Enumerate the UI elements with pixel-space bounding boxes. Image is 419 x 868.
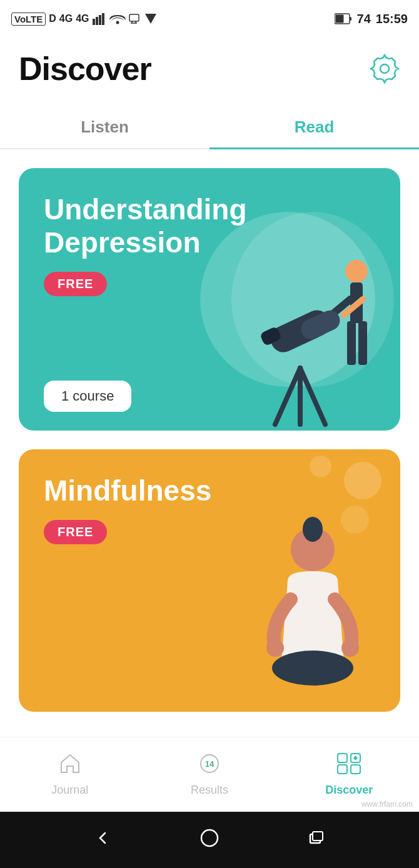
- battery-level: 74: [357, 12, 371, 26]
- android-nav-bar: [0, 812, 419, 868]
- svg-rect-39: [313, 832, 323, 841]
- home-button[interactable]: [199, 828, 220, 852]
- nav-item-discover[interactable]: Discover: [280, 746, 419, 803]
- svg-point-37: [201, 830, 218, 846]
- nav-results-label: Results: [191, 784, 228, 797]
- recents-button[interactable]: [308, 829, 325, 851]
- card-mindfulness-title: Mindfulness: [44, 474, 281, 507]
- card-mindfulness-free-badge: FREE: [44, 520, 107, 544]
- nav-journal-label: Journal: [51, 784, 88, 797]
- card-depression-free-badge: FREE: [44, 272, 107, 296]
- svg-rect-10: [335, 15, 343, 23]
- svg-rect-35: [338, 765, 347, 774]
- card-mindfulness-content: Mindfulness FREE: [19, 449, 400, 712]
- card-mindfulness[interactable]: Mindfulness FREE: [19, 449, 400, 712]
- svg-rect-3: [102, 13, 104, 25]
- bottom-nav: Journal 14 Results Discover: [0, 737, 419, 812]
- tab-listen[interactable]: Listen: [0, 106, 210, 148]
- svg-point-4: [116, 21, 119, 24]
- card-understanding-depression[interactable]: Understanding Depression FREE 1 course: [19, 168, 400, 431]
- tab-read[interactable]: Read: [210, 106, 419, 148]
- app-header: Discover: [0, 37, 419, 94]
- svg-rect-2: [99, 15, 101, 25]
- card-depression-course-badge: 1 course: [44, 381, 131, 412]
- svg-rect-5: [129, 14, 139, 21]
- nav-item-results[interactable]: 14 Results: [139, 746, 279, 803]
- nav-discover-label: Discover: [325, 784, 373, 797]
- home-icon: [59, 752, 81, 780]
- discover-icon: [336, 752, 361, 780]
- svg-text:14: 14: [205, 759, 215, 769]
- tab-bar: Listen Read: [0, 106, 419, 149]
- watermark: www.frfam.com: [361, 800, 413, 809]
- svg-rect-1: [96, 17, 98, 25]
- back-button[interactable]: [94, 829, 111, 851]
- cards-container: Understanding Depression FREE 1 course: [0, 149, 419, 761]
- page-title: Discover: [19, 50, 151, 87]
- gear-icon[interactable]: [369, 53, 400, 84]
- svg-rect-33: [338, 754, 347, 762]
- card-depression-content: Understanding Depression FREE 1 course: [19, 168, 400, 431]
- card-depression-title: Understanding Depression: [44, 193, 281, 259]
- status-bar: VoLTE D 4G 4G 74 15:59: [0, 0, 419, 37]
- svg-rect-0: [93, 19, 95, 25]
- svg-rect-36: [351, 765, 360, 774]
- clock: 15:59: [376, 12, 408, 26]
- status-right: 74 15:59: [335, 12, 408, 26]
- svg-rect-11: [350, 17, 351, 21]
- results-icon: 14: [198, 752, 221, 780]
- nav-item-journal[interactable]: Journal: [0, 746, 139, 803]
- status-left: VoLTE D 4G 4G: [11, 12, 157, 26]
